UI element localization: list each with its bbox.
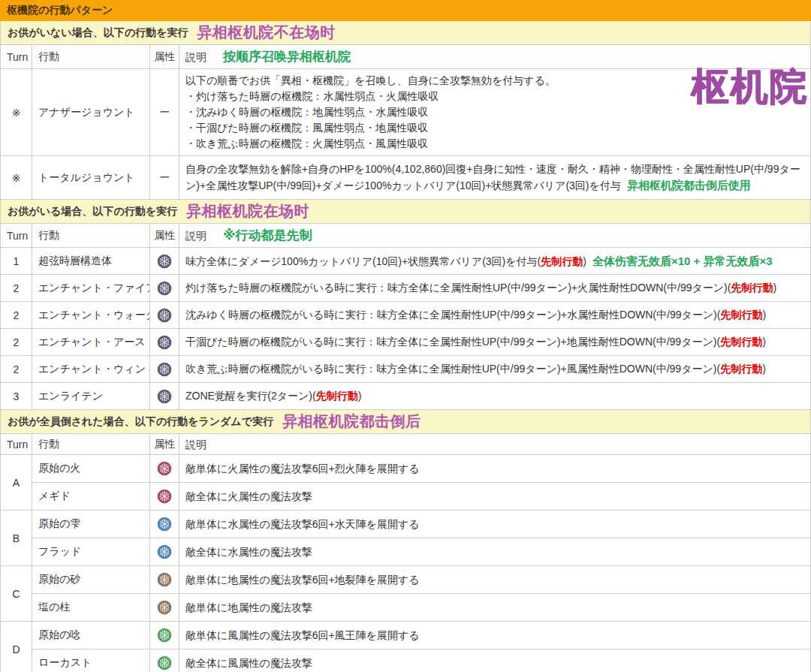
- table-row: 1超弦時層構造体味方全体にダメージ100%カットバリア(10回)+状態異常バリア…: [1, 248, 811, 275]
- description-cell: 吹き荒ぶ時層の枢機院がいる時に実行：味方全体に全属性耐性UP(中/99ターン)+…: [179, 356, 811, 383]
- column-header-turn: Turn: [1, 224, 32, 248]
- attribute-cell: [150, 511, 179, 538]
- table-row: D原始の唸敵単体に風属性の魔法攻撃6回+風王陣を展開する: [1, 622, 811, 649]
- column-header-description: 説明: [179, 434, 811, 455]
- table-row: 2エンチャント・ファイア灼け落ちた時層の枢機院がいる時に実行：味方全体に全属性耐…: [1, 275, 811, 302]
- attribute-cell: [150, 483, 179, 511]
- attribute-cell: [150, 455, 179, 483]
- action-name-cell: トータルジョウント: [32, 156, 150, 200]
- action-name-cell: エンライテン: [32, 383, 150, 410]
- attribute-cell: [150, 538, 179, 566]
- description-text: ): [762, 363, 766, 375]
- water-element-icon: [157, 517, 172, 529]
- description-text: 以下の順番でお供「異相・枢機院」を召喚し、自身に全攻撃無効を付与する。: [185, 74, 556, 86]
- description-text: 敵全体に水属性の魔法攻撃: [185, 546, 312, 558]
- description-text: 敵単体に火属性の魔法攻撃6回+烈火陣を展開する: [185, 463, 420, 475]
- action-name-cell: 原始の唸: [32, 622, 150, 649]
- attribute-cell: [150, 622, 179, 649]
- section-title-jp: お供がいない場合、以下の行動を実行: [8, 26, 188, 40]
- description-line: ・沈みゆく時層の枢機院：地属性弱点・水属性吸収: [185, 104, 804, 120]
- description-text: 敵単体に水属性の魔法攻撃6回+水天陣を展開する: [185, 518, 420, 530]
- description-line: ・吹き荒ぶ時層の枢機院：火属性弱点・風属性吸収: [185, 136, 804, 152]
- column-header-action: 行動: [32, 224, 150, 248]
- table-row: フラッド敵全体に水属性の魔法攻撃: [1, 538, 811, 566]
- description-cell: 敵単体に風属性の魔法攻撃6回+風王陣を展開する: [179, 622, 811, 649]
- no-attribute-dash: ー: [159, 171, 170, 183]
- action-name-cell: 超弦時層構造体: [32, 248, 150, 275]
- description-text: 干涸びた時層の枢機院がいる時に実行：味方全体に全属性耐性UP(中/99ターン)+…: [185, 336, 720, 348]
- attribute-cell: ー: [150, 69, 179, 156]
- table-row: メギド敵全体に火属性の魔法攻撃: [1, 483, 811, 511]
- description-cell: 敵単体に火属性の魔法攻撃6回+烈火陣を展開する: [179, 455, 811, 483]
- description-text: ・灼け落ちた時層の枢機院：水属性弱点・火属性吸収: [185, 90, 439, 102]
- none-element-icon: [157, 389, 172, 401]
- description-text: 敵単体に地属性の魔法攻撃6回+地裂陣を展開する: [185, 574, 420, 586]
- description-text: 味方全体にダメージ100%カットバリア(10回)+状態異常バリア(3回)を付与(: [185, 255, 541, 267]
- action-pattern-page: 枢機院の行動パターン お供がいない場合、以下の行動を実行 异相枢机院不在场时 T…: [0, 0, 811, 672]
- section-title-zh: 异相枢机院不在场时: [197, 23, 336, 43]
- column-header-description: 説明 ※行动都是先制: [179, 224, 811, 248]
- description-line: ・灼け落ちた時層の枢機院：水属性弱点・火属性吸収: [185, 89, 804, 104]
- section-title-jp: お供が全員倒された場合、以下の行動をランダムで実行: [8, 415, 273, 429]
- earth-element-icon: [157, 601, 172, 613]
- description-cell: 味方全体にダメージ100%カットバリア(10回)+状態異常バリア(3回)を付与(…: [179, 248, 811, 275]
- description-text: 灼け落ちた時層の枢機院がいる時に実行：味方全体に全属性耐性UP(中/99ターン)…: [185, 282, 731, 294]
- turn-cell: 2: [1, 329, 32, 356]
- turn-cell: 3: [1, 383, 32, 410]
- action-name-cell: 原始の火: [32, 455, 150, 483]
- action-name-cell: エンチャント・ウォータ: [32, 302, 150, 329]
- description-cell: 敵全体に水属性の魔法攻撃: [179, 538, 811, 566]
- attribute-cell: [150, 566, 179, 594]
- section-no-minions: お供がいない場合、以下の行動を実行 异相枢机院不在场时 Turn 行動 属性 説…: [0, 21, 811, 200]
- wind-element-icon: [157, 628, 172, 640]
- table-row: 2エンチャント・アース干涸びた時層の枢機院がいる時に実行：味方全体に全属性耐性U…: [1, 329, 811, 356]
- column-header-attribute: 属性: [150, 224, 179, 248]
- description-cell: 自身の全攻撃無効を解除+自身のHPを100%(4,102,860)回復+自身に知…: [179, 156, 811, 200]
- description-text: 吹き荒ぶ時層の枢機院がいる時に実行：味方全体に全属性耐性UP(中/99ターン)+…: [185, 363, 720, 375]
- chinese-annotation: 全体伤害无效盾×10 + 异常无效盾×3: [586, 255, 773, 267]
- turn-cell: 2: [1, 302, 32, 329]
- column-header-row: Turn 行動 属性 説明: [1, 434, 811, 455]
- section-header: お供が全員倒された場合、以下の行動をランダムで実行 异相枢机院都击倒后: [0, 410, 811, 433]
- chinese-annotation: 异相枢机院都击倒后使用: [621, 179, 751, 191]
- table-row: 2エンチャント・ウィンド吹き荒ぶ時層の枢機院がいる時に実行：味方全体に全属性耐性…: [1, 356, 811, 383]
- action-name-cell: エンチャント・ウィンド: [32, 356, 150, 383]
- turn-cell: C: [1, 566, 32, 622]
- description-text: 敵単体に地属性の魔法攻撃: [185, 601, 312, 613]
- none-element-icon: [157, 281, 172, 293]
- table-row: A原始の火敵単体に火属性の魔法攻撃6回+烈火陣を展開する: [1, 455, 811, 483]
- actions-table: Turn 行動 属性 説明 按顺序召唤异相枢机院 ※アナザージョウントー以下の順…: [0, 44, 811, 200]
- table-row: 3エンライテンZONE覚醒を実行(2ターン)(先制行動): [1, 383, 811, 410]
- description-line: 以下の順番でお供「異相・枢機院」を召喚し、自身に全攻撃無効を付与する。: [185, 73, 804, 89]
- description-cell: ZONE覚醒を実行(2ターン)(先制行動): [179, 383, 811, 410]
- preemptive-action-note: 先制行動: [541, 255, 583, 267]
- preemptive-action-note: 先制行動: [720, 336, 762, 348]
- turn-cell: A: [1, 455, 32, 511]
- action-name-cell: 原始の砂: [32, 566, 150, 594]
- page-title: 枢機院の行動パターン: [0, 0, 811, 21]
- section-annotation-zh: ※行动都是先制: [223, 228, 312, 243]
- description-text: ): [762, 336, 766, 348]
- attribute-cell: [150, 649, 179, 672]
- description-cell: 沈みゆく時層の枢機院がいる時に実行：味方全体に全属性耐性UP(中/99ターン)+…: [179, 302, 811, 329]
- turn-cell: 1: [1, 248, 32, 275]
- action-name-cell: 塩の柱: [32, 594, 150, 622]
- column-header-turn: Turn: [1, 45, 32, 69]
- fire-element-icon: [157, 490, 172, 502]
- action-name-cell: ローカスト: [32, 649, 150, 672]
- table-row: 2エンチャント・ウォータ沈みゆく時層の枢機院がいる時に実行：味方全体に全属性耐性…: [1, 302, 811, 329]
- attribute-cell: [150, 329, 179, 356]
- attribute-cell: [150, 248, 179, 275]
- description-cell: 敵全体に風属性の魔法攻撃: [179, 649, 811, 672]
- action-name-cell: エンチャント・アース: [32, 329, 150, 356]
- description-text: ZONE覚醒を実行(2ターン)(: [185, 390, 316, 402]
- description-text: ・干涸びた時層の枢機院：風属性弱点・地属性吸収: [185, 122, 428, 134]
- table-row: B原始の雫敵単体に水属性の魔法攻撃6回+水天陣を展開する: [1, 511, 811, 538]
- turn-cell: D: [1, 622, 32, 672]
- description-cell: 敵単体に水属性の魔法攻撃6回+水天陣を展開する: [179, 511, 811, 538]
- attribute-cell: [150, 594, 179, 622]
- attribute-cell: [150, 383, 179, 410]
- column-header-attribute: 属性: [150, 434, 179, 455]
- table-row: 塩の柱敵単体に地属性の魔法攻撃: [1, 594, 811, 622]
- table-row: ローカスト敵全体に風属性の魔法攻撃: [1, 649, 811, 672]
